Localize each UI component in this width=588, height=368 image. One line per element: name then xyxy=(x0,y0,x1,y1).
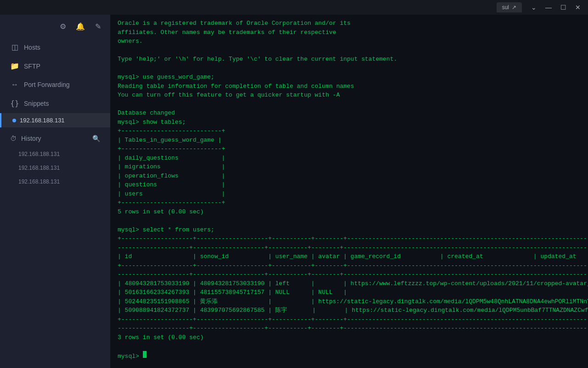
snippets-label: Snippets xyxy=(24,100,49,107)
sidebar-item-snippets[interactable]: {} Snippets xyxy=(3,94,107,112)
new-session-btn[interactable]: ✎ xyxy=(91,19,105,33)
hosts-label: Hosts xyxy=(24,44,40,51)
sidebar: ⚙ 🔔 ✎ ◫ Hosts 📁 SFTP ↔ Port Forwarding {… xyxy=(0,15,110,368)
sftp-icon: 📁 xyxy=(10,62,19,70)
port-forwarding-label: Port Forwarding xyxy=(24,81,70,88)
history-item-2-label: 192.168.188.131 xyxy=(18,178,60,185)
snippets-icon: {} xyxy=(10,99,19,108)
history-search-icon[interactable]: 🔍 xyxy=(92,135,100,142)
history-label: History xyxy=(21,135,41,142)
main-layout: ⚙ 🔔 ✎ ◫ Hosts 📁 SFTP ↔ Port Forwarding {… xyxy=(0,15,588,368)
history-item-1-label: 192.168.188.131 xyxy=(18,165,60,171)
chevron-down-btn[interactable]: ⌄ xyxy=(527,1,540,14)
sidebar-item-sftp[interactable]: 📁 SFTP xyxy=(3,57,107,75)
hosts-icon: ◫ xyxy=(10,43,19,52)
port-forwarding-icon: ↔ xyxy=(10,80,19,89)
sidebar-item-port-forwarding[interactable]: ↔ Port Forwarding xyxy=(3,76,107,93)
title-bar-controls: sul ↗ ⌄ — ☐ ✕ xyxy=(497,1,584,14)
sidebar-top-icons: ⚙ 🔔 ✎ xyxy=(0,15,110,38)
minimize-btn[interactable]: — xyxy=(542,1,555,14)
history-item-0[interactable]: 192.168.188.131 xyxy=(0,147,110,161)
settings-btn[interactable]: ⚙ xyxy=(56,19,70,33)
active-host-item[interactable]: 192.168.188.131 xyxy=(0,113,110,127)
maximize-btn[interactable]: ☐ xyxy=(557,1,570,14)
notifications-btn[interactable]: 🔔 xyxy=(74,19,87,33)
history-header-left: ⏱ History xyxy=(10,135,41,142)
sftp-label: SFTP xyxy=(24,63,40,70)
history-icon: ⏱ xyxy=(10,135,17,142)
share-icon[interactable]: ↗ xyxy=(512,4,516,11)
title-tab[interactable]: sul ↗ xyxy=(497,2,522,12)
history-header[interactable]: ⏱ History 🔍 xyxy=(3,130,107,147)
history-item-2[interactable]: 192.168.188.131 xyxy=(0,175,110,189)
title-bar: sul ↗ ⌄ — ☐ ✕ xyxy=(0,0,588,15)
active-host-dot xyxy=(12,119,16,122)
sidebar-item-hosts[interactable]: ◫ Hosts xyxy=(3,38,107,56)
terminal[interactable]: Oracle is a registered trademark of Orac… xyxy=(110,15,588,368)
active-host-label: 192.168.188.131 xyxy=(20,117,65,124)
history-item-0-label: 192.168.188.131 xyxy=(18,151,60,157)
history-section: ⏱ History 🔍 192.168.188.131 192.168.188.… xyxy=(0,130,110,189)
close-btn[interactable]: ✕ xyxy=(571,1,584,14)
history-item-1[interactable]: 192.168.188.131 xyxy=(0,161,110,175)
tab-label: sul xyxy=(502,4,509,11)
